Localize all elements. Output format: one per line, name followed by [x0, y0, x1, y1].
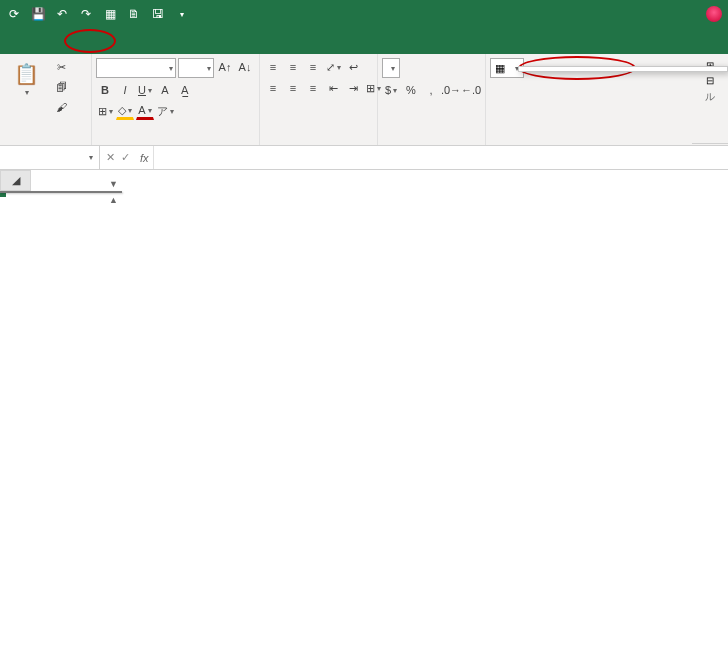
select-all-corner[interactable]: ◢ [1, 171, 31, 191]
font-name-select[interactable]: ▾ [96, 58, 176, 78]
increase-decimal-icon[interactable]: .0→ [442, 81, 460, 99]
qat-more-icon[interactable]: ▾ [174, 6, 190, 22]
delete-cells-icon[interactable]: ⊟ [706, 75, 714, 86]
cond-format-icon: ▦ [495, 62, 505, 75]
paste-icon: 📋 [12, 60, 40, 88]
comma-icon[interactable]: , [422, 81, 440, 99]
wrap-text-icon[interactable]: ↩ [344, 58, 362, 76]
ribbon-group-alignment: ≡ ≡ ≡ ⤢▾ ↩ ≡ ≡ ≡ ⇤ ⇥ ⊞▾ [260, 54, 378, 145]
conditional-format-menu [518, 66, 728, 72]
cancel-formula-icon[interactable]: ✕ [106, 151, 115, 164]
underline-button[interactable]: U▾ [136, 81, 154, 99]
phonetic-button[interactable]: ア▾ [156, 102, 174, 120]
align-middle-icon[interactable]: ≡ [284, 58, 302, 76]
font-size-select[interactable]: ▾ [178, 58, 214, 78]
indent-increase-icon[interactable]: ⇥ [344, 79, 362, 97]
increase-font-icon[interactable]: A↑ [216, 58, 234, 76]
accounting-icon[interactable]: $▾ [382, 81, 400, 99]
undo-icon[interactable]: ↶ [54, 6, 70, 22]
cut-icon[interactable]: ✂ [52, 58, 70, 76]
italic-button[interactable]: I [116, 81, 134, 99]
scroll-down-icon[interactable]: ▼ [106, 176, 121, 192]
formula-bar: ▾ ✕ ✓ fx [0, 146, 728, 170]
decrease-font-icon[interactable]: A↓ [236, 58, 254, 76]
grid-table: ◢ [0, 170, 31, 191]
worksheet-area[interactable]: ◢ ▲ ▼ [0, 170, 728, 646]
number-format-select[interactable]: ▾ [382, 58, 400, 78]
ribbon-group-font: ▾ ▾ A↑ A↓ B I U▾ A A̲ ⊞▾ ◇▾ A▾ ア▾ [92, 54, 260, 145]
align-top-icon[interactable]: ≡ [264, 58, 282, 76]
new-sheet-icon[interactable]: ▦ [102, 6, 118, 22]
number-label [382, 140, 481, 145]
align-right-icon[interactable]: ≡ [304, 79, 322, 97]
user-avatar-icon[interactable] [706, 6, 722, 22]
accept-formula-icon[interactable]: ✓ [121, 151, 130, 164]
ribbon-group-number: ▾ $▾ % , .0→ ←.0 [378, 54, 486, 145]
percent-icon[interactable]: % [402, 81, 420, 99]
decrease-decimal-icon[interactable]: ←.0 [462, 81, 480, 99]
save-icon[interactable]: 💾 [30, 6, 46, 22]
listbox-control[interactable]: ▲ ▼ [0, 191, 122, 193]
title-bar: ⟳ 💾 ↶ ↷ ▦ 🗎 🖫 ▾ [0, 0, 728, 28]
autosave-icon[interactable]: ⟳ [6, 6, 22, 22]
indent-decrease-icon[interactable]: ⇤ [324, 79, 342, 97]
save-icon-2[interactable]: 🖫 [150, 6, 166, 22]
font-label [96, 140, 255, 145]
qat-icon[interactable]: 🗎 [126, 6, 142, 22]
bold-button[interactable]: B [96, 81, 114, 99]
alignment-label [264, 140, 373, 145]
align-left-icon[interactable]: ≡ [264, 79, 282, 97]
redo-icon[interactable]: ↷ [78, 6, 94, 22]
border-button[interactable]: ⊞▾ [96, 102, 114, 120]
clipboard-label [4, 140, 87, 145]
format-painter-icon[interactable]: 🖌 [52, 98, 70, 116]
copy-icon[interactable]: 🗐 [52, 78, 70, 96]
formula-input[interactable] [153, 146, 728, 169]
paste-button[interactable]: 📋 ▾ [4, 58, 48, 97]
name-box[interactable]: ▾ [0, 146, 100, 169]
fx-icon[interactable]: fx [136, 152, 153, 164]
ribbon-group-clipboard: 📋 ▾ ✂ 🗐 🖌 [0, 54, 92, 145]
align-center-icon[interactable]: ≡ [284, 79, 302, 97]
font-color-button[interactable]: A▾ [136, 102, 154, 120]
align-bottom-icon[interactable]: ≡ [304, 58, 322, 76]
fill-color-button[interactable]: ◇▾ [116, 102, 134, 120]
ruby-button[interactable]: A [156, 81, 174, 99]
scroll-up-icon[interactable]: ▲ [106, 192, 121, 208]
ribbon-tabs [0, 28, 728, 54]
orientation-icon[interactable]: ⤢▾ [324, 58, 342, 76]
font-dialog-icon[interactable]: A̲ [176, 81, 194, 99]
